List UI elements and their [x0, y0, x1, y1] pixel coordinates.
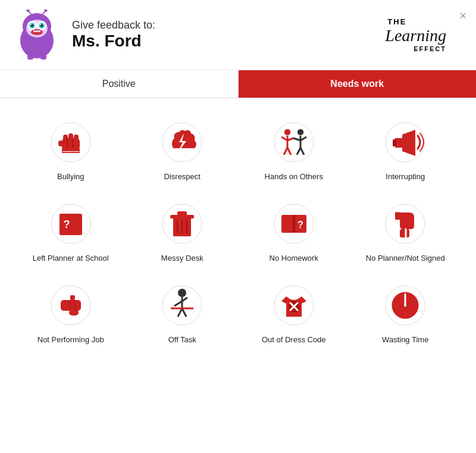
svg-rect-74 [70, 295, 75, 300]
icon-disrespect [158, 118, 206, 166]
grid-item-wasting-time[interactable]: Wasting Time [353, 276, 459, 351]
grid-item-no-planner[interactable]: No Planner/Not Signed [353, 194, 459, 270]
svg-rect-66 [293, 215, 295, 233]
svg-rect-15 [27, 55, 33, 60]
grid-item-not-performing[interactable]: Not Performing Job [18, 276, 124, 351]
svg-point-41 [297, 129, 304, 136]
item-label-wasting-time: Wasting Time [382, 335, 428, 345]
icon-hands-on-others [270, 118, 318, 166]
logo-effect: EFFECT [385, 45, 446, 52]
svg-text:?: ? [63, 218, 70, 230]
teacher-name: Ms. Ford [72, 32, 385, 51]
feedback-grid: Bullying Disrespect Hands on Others [0, 98, 476, 365]
item-label-out-of-dress-code: Out of Dress Code [262, 335, 326, 345]
logo: THE Learning EFFECT [385, 17, 446, 52]
grid-item-no-homework[interactable]: ? No Homework [241, 194, 347, 270]
svg-point-34 [274, 123, 314, 162]
item-label-off-task: Off Task [168, 335, 196, 345]
svg-point-78 [178, 289, 186, 297]
item-label-not-performing: Not Performing Job [37, 335, 104, 345]
svg-point-35 [284, 129, 291, 136]
item-label-left-planner: Left Planner at School [33, 254, 109, 264]
svg-point-6 [30, 24, 32, 25]
svg-point-10 [40, 24, 41, 25]
tab-positive[interactable]: Positive [0, 70, 239, 98]
icon-out-of-dress-code [270, 282, 318, 329]
tab-needs-work[interactable]: Needs work [239, 70, 477, 98]
svg-rect-12 [33, 30, 40, 32]
grid-item-out-of-dress-code[interactable]: Out of Dress Code [241, 276, 347, 351]
icon-no-homework: ? [270, 200, 318, 248]
icon-wasting-time [381, 282, 429, 329]
svg-text:?: ? [298, 220, 303, 230]
svg-rect-73 [61, 300, 81, 311]
grid-item-disrespect[interactable]: Disrespect [130, 113, 236, 188]
logo-learning: Learning [385, 26, 446, 45]
grid-item-off-task[interactable]: Off Task [130, 276, 236, 351]
logo-the: THE [387, 17, 446, 26]
icon-bullying [47, 118, 95, 166]
header: Give feedback to: Ms. Ford THE Learning … [0, 0, 476, 70]
icon-interrupting [381, 118, 429, 166]
grid-item-interrupting[interactable]: Interrupting [353, 113, 459, 188]
item-label-no-homework: No Homework [270, 254, 318, 264]
item-label-no-planner: No Planner/Not Signed [366, 254, 445, 264]
close-button[interactable]: × [459, 10, 466, 21]
icon-messy-desk [158, 200, 206, 248]
icon-left-planner: ? [47, 200, 95, 248]
svg-rect-26 [58, 140, 63, 146]
svg-rect-25 [74, 135, 79, 142]
mascot [12, 10, 62, 60]
grid-item-hands-on-others[interactable]: Hands on Others [241, 113, 347, 188]
svg-rect-50 [393, 139, 396, 146]
give-feedback-label: Give feedback to: [72, 19, 385, 32]
item-label-hands-on-others: Hands on Others [265, 172, 323, 182]
item-label-messy-desk: Messy Desk [161, 254, 203, 264]
item-label-bullying: Bullying [57, 172, 84, 182]
item-label-interrupting: Interrupting [386, 172, 425, 182]
icon-no-planner [381, 200, 429, 248]
svg-rect-62 [177, 211, 187, 216]
svg-rect-16 [40, 55, 46, 60]
svg-rect-69 [400, 229, 409, 238]
svg-rect-64 [281, 215, 295, 233]
grid-item-messy-desk[interactable]: Messy Desk [130, 194, 236, 270]
grid-item-bullying[interactable]: Bullying [18, 113, 124, 188]
item-label-disrespect: Disrespect [164, 172, 201, 182]
icon-not-performing [47, 282, 95, 329]
header-text: Give feedback to: Ms. Ford [72, 19, 385, 51]
grid-item-left-planner[interactable]: ? Left Planner at School [18, 194, 124, 270]
tabs: Positive Needs work [0, 70, 476, 98]
icon-off-task [158, 282, 206, 329]
